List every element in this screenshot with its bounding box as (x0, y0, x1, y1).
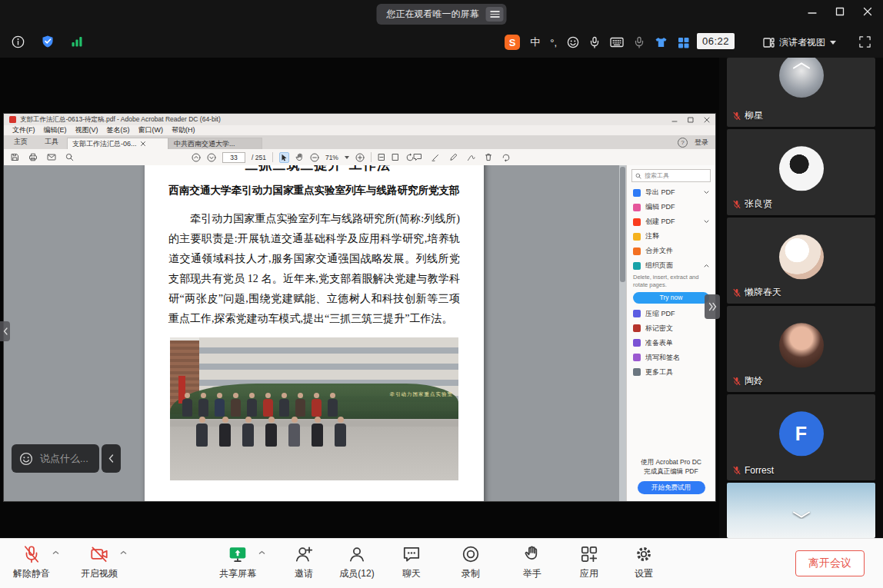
emoji-icon[interactable] (19, 452, 33, 466)
menu-view[interactable]: 视图(V) (72, 125, 102, 135)
menu-help[interactable]: 帮助(H) (168, 125, 199, 135)
sign-in-link[interactable]: 登录 (695, 138, 708, 148)
mail-icon[interactable] (47, 154, 56, 161)
zoom-caret-icon[interactable] (345, 156, 349, 159)
tool-prepare-form[interactable]: 准备表单 (627, 336, 715, 350)
skin-icon[interactable] (655, 36, 668, 48)
left-panel-handle[interactable] (0, 321, 10, 341)
fit-page-icon[interactable] (392, 153, 399, 161)
participant-tile-partial[interactable] (727, 483, 875, 538)
refresh-icon[interactable] (501, 153, 511, 162)
signature-icon[interactable] (467, 153, 475, 161)
tool-organize-pages[interactable]: 组织页面 (627, 258, 715, 273)
participant-tile[interactable]: 陶姈 (727, 306, 875, 392)
fit-width-icon[interactable] (378, 153, 385, 161)
highlight-icon[interactable] (432, 153, 440, 161)
leave-meeting-button[interactable]: 离开会议 (795, 550, 865, 576)
acrobat-close-icon[interactable] (704, 117, 710, 123)
zoom-out-icon[interactable] (310, 153, 319, 162)
close-icon[interactable] (863, 7, 872, 16)
acrobat-minimize-icon[interactable] (671, 117, 678, 123)
prepare-form-icon (633, 339, 641, 347)
minimize-icon[interactable] (808, 7, 817, 16)
banner-menu-icon[interactable] (486, 7, 504, 22)
tool-compress-pdf[interactable]: 压缩 PDF (627, 307, 715, 321)
invite-button[interactable]: 邀请 (274, 544, 334, 580)
print-icon[interactable] (28, 153, 38, 161)
tab-close-icon[interactable] (141, 141, 145, 146)
chevron-down-icon[interactable] (704, 191, 709, 194)
pen-icon[interactable] (449, 153, 458, 161)
tool-create-pdf[interactable]: 创建 PDF (627, 214, 715, 229)
chevron-up-icon[interactable] (52, 550, 59, 555)
tool-export-pdf[interactable]: 导出 PDF (627, 185, 715, 200)
info-icon[interactable] (12, 35, 25, 48)
tool-comment[interactable]: 注释 (627, 229, 715, 244)
sidebar-collapse-handle[interactable] (705, 294, 720, 319)
scroll-down-button[interactable] (791, 510, 811, 519)
record-button[interactable]: 录制 (441, 544, 501, 580)
raise-hand-button[interactable]: 举手 (502, 544, 562, 580)
scroll-up-button[interactable] (791, 61, 811, 70)
maximize-icon[interactable] (835, 7, 845, 16)
participant-tile[interactable]: 柳星 (727, 58, 875, 127)
start-video-button[interactable]: 开启视频 (69, 544, 129, 580)
voice-input-icon[interactable] (589, 36, 600, 48)
chevron-up-icon[interactable] (258, 550, 265, 555)
members-button[interactable]: 成员(12) (327, 544, 387, 580)
try-now-button[interactable]: Try now (633, 292, 709, 304)
tools-search-input[interactable]: 搜索工具 (631, 169, 711, 182)
trash-icon[interactable] (485, 153, 492, 161)
tab-tools[interactable]: 工具 (36, 135, 67, 149)
free-trial-button[interactable]: 开始免费试用 (638, 481, 705, 494)
toolbox-grid-icon[interactable] (678, 37, 689, 48)
page-up-icon[interactable] (192, 153, 201, 162)
chevron-up-icon[interactable] (120, 550, 127, 555)
zoom-in-icon[interactable] (355, 153, 365, 162)
keyboard-icon[interactable] (610, 37, 624, 48)
shield-protect-icon[interactable] (41, 35, 55, 48)
chinese-mode-icon[interactable]: 中 (530, 35, 540, 49)
tool-combine-files[interactable]: 合并文件 (627, 244, 715, 258)
tab-document-inactive[interactable]: 中共西南交通大学... (168, 138, 262, 149)
tool-fill-sign[interactable]: 填写和签名 (627, 350, 715, 365)
fullscreen-icon[interactable] (858, 35, 871, 48)
page-number-input[interactable]: 33 (222, 152, 245, 163)
viewer-scrollbar[interactable] (619, 165, 626, 501)
apps-button[interactable]: 应用 (559, 544, 619, 580)
comment-icon[interactable] (413, 153, 422, 161)
menu-sign[interactable]: 签名(S) (103, 125, 134, 135)
participant-tile[interactable]: 懒牌春天 (727, 218, 875, 304)
viewer-scrollbar-thumb[interactable] (620, 167, 625, 282)
acrobat-maximize-icon[interactable] (688, 117, 694, 123)
help-icon[interactable]: ? (678, 138, 688, 148)
hand-tool-icon[interactable] (295, 153, 304, 161)
select-tool-chip[interactable] (279, 152, 289, 163)
save-icon[interactable] (11, 153, 19, 161)
unmute-button[interactable]: 解除静音 (2, 544, 62, 580)
chat-button[interactable]: 聊天 (382, 544, 442, 580)
sogou-input-icon[interactable]: S (505, 35, 520, 50)
view-mode-selector[interactable]: 演讲者视图 (758, 33, 841, 51)
share-screen-button[interactable]: 共享屏幕 (208, 544, 268, 580)
tab-home[interactable]: 主页 (5, 135, 36, 149)
chevron-up-icon[interactable] (704, 264, 709, 267)
tool-more-tools[interactable]: 更多工具 (627, 365, 715, 380)
chat-collapse-button[interactable] (102, 444, 121, 473)
tab-document-active[interactable]: 支部工作法汇总-06... (67, 138, 168, 149)
voice-disabled-icon[interactable] (634, 36, 645, 48)
chat-input[interactable]: 说点什么... (12, 444, 99, 473)
participant-tile[interactable]: 张良贤 (727, 129, 875, 215)
search-icon[interactable] (65, 153, 74, 161)
chevron-down-icon[interactable] (704, 220, 709, 224)
network-stats-icon[interactable] (71, 35, 83, 48)
menu-window[interactable]: 窗口(W) (135, 125, 168, 135)
participant-tile[interactable]: F Forrest (727, 394, 875, 480)
settings-button[interactable]: 设置 (614, 544, 674, 580)
tool-redact[interactable]: 标记密文 (627, 321, 715, 336)
tool-edit-pdf[interactable]: 编辑 PDF (627, 200, 715, 214)
page-down-icon[interactable] (207, 153, 216, 162)
punctuation-mode-icon[interactable]: °, (550, 37, 557, 48)
emoji-picker-icon[interactable] (567, 36, 579, 48)
zoom-level-label[interactable]: 71% (325, 154, 338, 161)
